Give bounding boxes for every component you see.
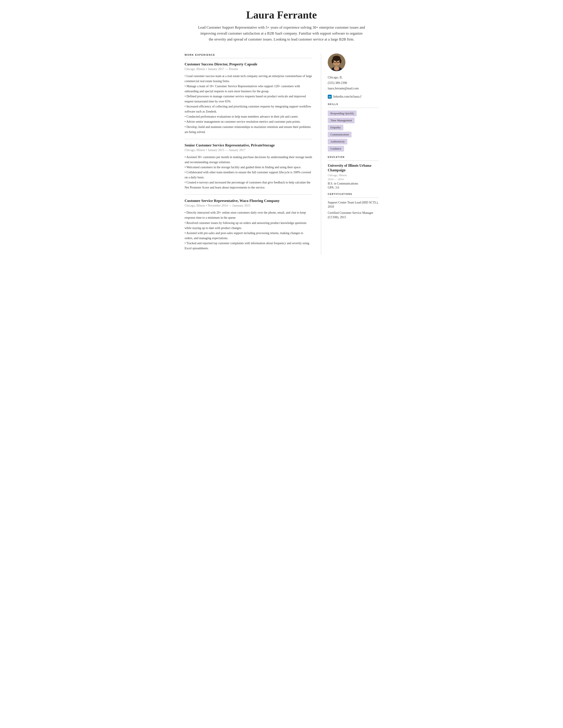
contact-info: Chicago, IL (555) 389-2390 laura.ferrant… <box>328 75 378 91</box>
avatar <box>328 54 345 71</box>
skills-title: SKILLS <box>328 103 378 105</box>
job-1-bullet-2: • Manage a team of 10+ Customer Service … <box>185 84 312 94</box>
job-3-bullet-1: • Directly interacted with 20+ online st… <box>185 210 312 220</box>
job-3-bullet-2: • Resolved customer issues by following … <box>185 220 312 231</box>
job-1-bullet-4: • Increased efficiency of collecting and… <box>185 104 312 114</box>
right-column: Chicago, IL (555) 389-2390 laura.ferrant… <box>321 54 378 255</box>
linkedin-url: linkedin.com/in/laura.f <box>333 95 361 98</box>
skill-1: Responding Quickly <box>328 111 357 116</box>
skill-5: Authenticity <box>328 139 347 144</box>
edu-years: 2010 — 2014 <box>328 177 378 181</box>
job-1-bullet-6: • Advise senior management on customer s… <box>185 119 312 124</box>
skill-2: Time Management <box>328 118 355 123</box>
job-3: Customer Service Representative, Waco Fl… <box>185 199 312 251</box>
job-divider-1 <box>185 139 312 139</box>
certifications-title: CERTIFICATIONS <box>328 193 378 195</box>
job-2-title: Senior Customer Service Representative, … <box>185 143 312 148</box>
left-column: WORK EXPERIENCE Customer Success Directo… <box>185 54 321 255</box>
skills-list: Responding Quickly Time Management Empat… <box>328 111 378 152</box>
job-2-bullets: • Assisted 30+ customers per month in ma… <box>185 155 312 190</box>
contact-phone: (555) 389-2390 <box>328 80 378 86</box>
job-1-bullet-1: • Lead customer success team at a real e… <box>185 74 312 84</box>
svg-point-4 <box>340 59 341 63</box>
job-2-bullet-1: • Assisted 30+ customers per month in ma… <box>185 155 312 165</box>
job-1-bullet-3: • Defined processes to manage customer s… <box>185 94 312 104</box>
job-1-meta: Chicago, Illinois • January 2017 — Prese… <box>185 67 312 71</box>
contact-email: laura.ferrante@mail.com <box>328 86 378 91</box>
resume-header: Laura Ferrante Lead Customer Support Rep… <box>176 0 387 47</box>
contact-city: Chicago, IL <box>328 75 378 80</box>
education-title: EDUCATION <box>328 156 378 158</box>
svg-point-3 <box>332 59 333 63</box>
svg-point-12 <box>334 66 339 71</box>
linkedin-icon: in <box>328 95 332 99</box>
cert-1: Support Center Team Lead (HID SCTL), 201… <box>328 200 378 209</box>
skill-6: Guidance <box>328 146 344 152</box>
svg-point-10 <box>336 62 337 63</box>
edu-gpa: GPA: 3.6 <box>328 186 378 189</box>
job-3-bullets: • Directly interacted with 20+ online st… <box>185 210 312 251</box>
job-2-bullet-2: • Welcomed customers in the storage faci… <box>185 165 312 170</box>
main-layout: WORK EXPERIENCE Customer Success Directo… <box>176 47 387 264</box>
job-2-bullet-4: • Created e-surveys and increased the pe… <box>185 180 312 190</box>
linkedin-row: in linkedin.com/in/laura.f <box>328 95 378 99</box>
candidate-summary: Lead Customer Support Representative wit… <box>198 24 365 42</box>
job-1-bullets: • Lead customer success team at a real e… <box>185 74 312 135</box>
job-1: Customer Success Director, Property Caps… <box>185 62 312 135</box>
work-experience-title: WORK EXPERIENCE <box>185 54 312 56</box>
job-1-bullet-5: • Conducted performance evaluations to h… <box>185 114 312 119</box>
job-3-meta: Chicago, Illinois • November 2014 — Jaun… <box>185 204 312 207</box>
skill-3: Empathy <box>328 125 343 130</box>
job-2-meta: Chicago, Illinois • January 2015 — Janua… <box>185 148 312 152</box>
job-2: Senior Customer Service Representative, … <box>185 143 312 190</box>
edu-location: Chicago, Illinois <box>328 174 378 177</box>
job-divider-2 <box>185 194 312 195</box>
job-3-bullet-4: • Tracked and reported top customer comp… <box>185 241 312 251</box>
edu-degree: B.S. in Communications <box>328 182 378 185</box>
job-3-title: Customer Service Representative, Waco Fl… <box>185 199 312 203</box>
job-1-title: Customer Success Director, Property Caps… <box>185 62 312 67</box>
cert-2: Certified Customer Service Manager (CCSM… <box>328 211 378 219</box>
job-1-bullet-7: • Develop, build and maintain customer r… <box>185 124 312 135</box>
candidate-name: Laura Ferrante <box>189 9 374 21</box>
job-2-bullet-3: • Collaborated with other team members t… <box>185 170 312 180</box>
skill-4: Communication <box>328 132 352 137</box>
skills-divider <box>328 108 378 108</box>
job-3-bullet-3: • Assisted with pre-sales and post-sales… <box>185 231 312 241</box>
edu-school: University of Illinois Urbana-Champaign <box>328 163 378 173</box>
